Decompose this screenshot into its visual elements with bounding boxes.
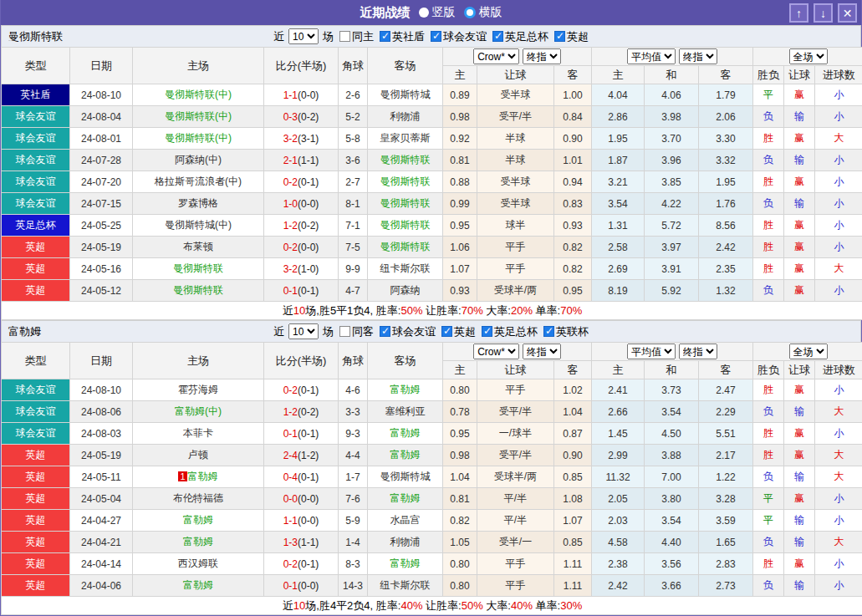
league-label: 球会友谊 — [443, 29, 487, 44]
match-row: 英超24-05-04布伦特福德0-0(0-0)7-6富勒姆0.81平/半1.08… — [2, 488, 862, 510]
handicap-away-odds-cell: 1.11 — [554, 553, 592, 575]
col-home: 主场 — [133, 48, 264, 84]
halftime-score: (0-0) — [298, 580, 319, 592]
final-odds-select-2[interactable]: 终指 — [679, 48, 717, 64]
avg-home-odds-cell: 2.69 — [592, 258, 645, 280]
league-checkbox-英联杯[interactable] — [543, 326, 554, 337]
odds-source-select[interactable]: Crow* — [473, 48, 519, 64]
fulltime-score: 1-1 — [283, 515, 298, 527]
match-type-cell: 英超 — [2, 553, 70, 575]
goals-result-cell: 小 — [815, 84, 862, 106]
match-count-select[interactable]: 10 — [288, 323, 319, 339]
handicap-away-odds-cell: 0.82 — [554, 258, 592, 280]
handicap-home-odds-cell: 0.81 — [443, 488, 477, 510]
fulltime-score: 1-2 — [283, 406, 298, 418]
home-team-cell: 罗森博格 — [133, 193, 264, 215]
same-venue-checkbox[interactable] — [339, 326, 350, 337]
score-cell: 3-2(1-0) — [264, 258, 339, 280]
final-odds-select[interactable]: 终指 — [523, 344, 561, 359]
home-team-name: 本菲卡 — [183, 427, 213, 439]
away-team-cell: 富勒姆 — [368, 445, 443, 466]
radio-horizontal-icon[interactable] — [464, 7, 476, 18]
summary-text: 近 — [283, 599, 293, 612]
final-odds-select-2[interactable]: 终指 — [679, 344, 717, 359]
league-checkbox-英超[interactable] — [441, 326, 452, 337]
handicap-away-odds-cell: 1.01 — [554, 150, 592, 171]
move-down-button[interactable]: ↓ — [814, 3, 833, 23]
avg-draw-odds-cell: 3.73 — [645, 379, 699, 401]
away-team-name: 曼彻斯特联 — [380, 241, 431, 252]
average-select[interactable]: 平均值 — [627, 344, 676, 359]
col-avg-away: 客 — [699, 66, 753, 84]
home-team-name: 曼彻斯特城(中) — [165, 219, 232, 231]
match-type-cell: 英超 — [2, 575, 70, 597]
away-team-name: 纽卡斯尔联 — [380, 262, 431, 274]
winloss-cell: 胜 — [753, 553, 784, 575]
winloss-cell: 胜 — [753, 379, 784, 401]
avg-home-odds-cell: 8.19 — [592, 280, 645, 302]
handicap-away-odds-cell: 1.11 — [554, 575, 592, 597]
col-handicap-result: 让球 — [784, 361, 815, 379]
league-checkbox-球会友谊[interactable] — [380, 326, 390, 337]
avg-away-odds-cell: 5.51 — [699, 423, 753, 445]
average-select[interactable]: 平均值 — [627, 48, 676, 64]
avg-home-odds-cell: 1.87 — [592, 150, 645, 171]
full-match-select[interactable]: 全场 — [789, 48, 828, 64]
match-count-select[interactable]: 10 — [288, 28, 319, 44]
halftime-score: (0-1) — [298, 384, 319, 396]
summary-text: 大率: — [483, 304, 511, 317]
home-team-cell: 霍芬海姆 — [133, 379, 264, 401]
layout-option-horizontal[interactable]: 横版 — [464, 5, 502, 20]
league-checkbox-球会友谊[interactable] — [431, 31, 441, 42]
home-team-name: 罗森博格 — [178, 197, 218, 209]
score-cell: 1-1(0-0) — [264, 84, 339, 106]
avg-draw-odds-cell: 3.70 — [645, 128, 699, 150]
match-row: 英超24-05-16曼彻斯特联3-2(1-0)9-9纽卡斯尔联1.07平手0.8… — [2, 258, 862, 280]
col-avg-home: 主 — [592, 361, 645, 379]
move-up-button[interactable]: ↑ — [789, 3, 808, 23]
goals-result-cell: 大 — [815, 401, 862, 423]
handicap-result-cell: 输 — [784, 193, 815, 215]
col-goals: 进球数 — [815, 361, 862, 379]
home-team-name: 富勒姆 — [183, 579, 213, 591]
home-team-name: 布莱顿 — [183, 241, 213, 252]
close-button[interactable]: ✕ — [838, 3, 857, 23]
final-odds-select[interactable]: 终指 — [523, 48, 561, 64]
fulltime-score: 0-2 — [283, 176, 298, 188]
avg-draw-odds-cell: 4.06 — [645, 84, 699, 106]
odds-source-select[interactable]: Crow* — [473, 344, 519, 359]
score-cell: 1-2(0-2) — [264, 401, 339, 423]
result-header: 全场 — [753, 343, 862, 361]
col-winloss: 胜负 — [753, 361, 784, 379]
avg-draw-odds-cell: 3.88 — [645, 445, 699, 466]
col-away: 客场 — [368, 48, 443, 84]
league-label: 英超 — [454, 324, 476, 339]
league-checkbox-英社盾[interactable] — [380, 31, 390, 42]
home-team-cell: 曼彻斯特联(中) — [133, 106, 264, 128]
away-team-cell: 纽卡斯尔联 — [368, 575, 443, 597]
avg-draw-odds-cell: 4.22 — [645, 193, 699, 215]
full-match-select[interactable]: 全场 — [789, 344, 828, 359]
handicap-away-odds-cell: 0.85 — [554, 466, 592, 488]
same-venue-checkbox[interactable] — [339, 31, 350, 42]
recent-results-window: 近期战绩 竖版 横版 ↑ ↓ ✕ 曼彻斯特联 近10场同主英社盾球会友谊英足总杯… — [0, 0, 862, 616]
league-checkbox-英足总杯[interactable] — [482, 326, 492, 337]
avg-home-odds-cell: 4.04 — [592, 84, 645, 106]
date-cell: 24-05-04 — [70, 488, 133, 510]
radio-vertical-icon[interactable] — [419, 8, 429, 18]
col-handicap-home: 主 — [443, 361, 477, 379]
date-cell: 24-04-14 — [70, 553, 133, 575]
winloss-cell: 负 — [753, 532, 784, 553]
halftime-score: (0-2) — [298, 220, 319, 232]
handicap-away-odds-cell: 0.93 — [554, 215, 592, 237]
date-cell: 24-08-04 — [70, 106, 133, 128]
rank-badge: 1 — [178, 471, 186, 481]
layout-option-vertical[interactable]: 竖版 — [419, 5, 456, 20]
away-team-cell: 塞维利亚 — [368, 401, 443, 423]
league-checkbox-英足总杯[interactable] — [492, 31, 503, 42]
corner-cell: 5-9 — [339, 510, 368, 532]
avg-draw-odds-cell: 3.97 — [645, 237, 699, 258]
league-checkbox-英超[interactable] — [554, 31, 565, 42]
col-winloss: 胜负 — [753, 66, 784, 84]
score-cell: 1-1(0-0) — [264, 510, 339, 532]
